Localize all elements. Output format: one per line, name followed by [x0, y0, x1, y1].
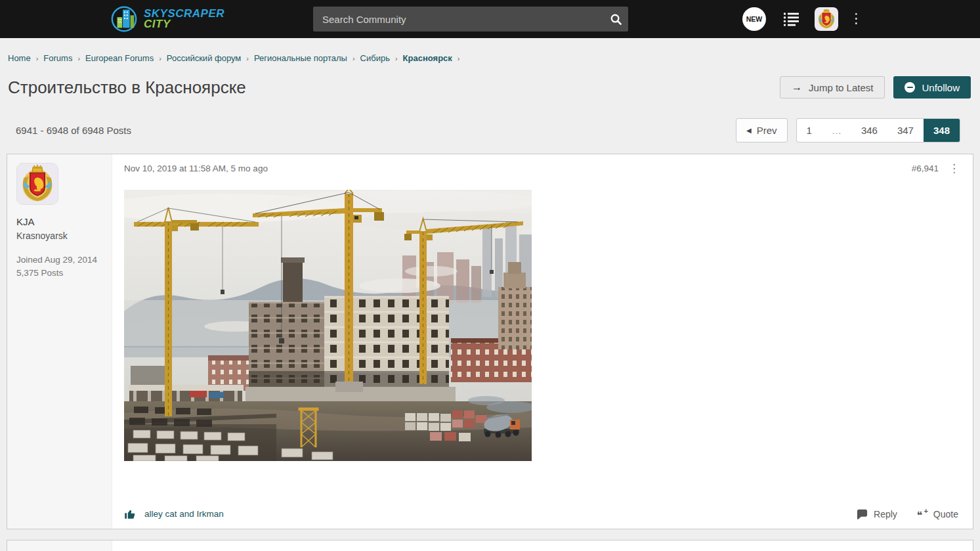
breadcrumb-separator: › — [352, 55, 355, 62]
post-body: Nov 10, 2019 at 11:58 AM, 5 mo ago #6,94… — [112, 154, 973, 529]
breadcrumb-separator: › — [36, 55, 39, 62]
breadcrumb-separator: › — [395, 55, 398, 62]
author-name[interactable]: KJA — [16, 216, 102, 227]
post-6942-clipped — [7, 540, 973, 551]
post-author-sidebar — [7, 540, 112, 551]
post-actions: Reply ❝+ Quote — [857, 509, 958, 519]
post-footer: alley cat and Irkman Reply ❝+ Quote — [124, 508, 958, 519]
quote-icon: ❝ — [917, 512, 923, 519]
quote-label: Quote — [933, 509, 958, 519]
breadcrumb-krasnoyarsk[interactable]: Красноярск — [403, 53, 452, 63]
post-photo-construction-site[interactable] — [124, 190, 532, 461]
right-arrow-icon: → — [792, 81, 802, 93]
new-badge-label: NEW — [746, 15, 763, 23]
user-avatar[interactable] — [815, 7, 838, 31]
jump-to-latest-button[interactable]: → Jump to Latest — [780, 76, 885, 99]
post-date: Nov 10, 2019 at 11:58 AM, 5 mo ago — [124, 164, 268, 173]
reply-bubble-icon — [857, 509, 868, 519]
author-avatar[interactable] — [16, 163, 58, 205]
thread-actions: → Jump to Latest Unfollow — [780, 76, 971, 99]
post-header: Nov 10, 2019 at 11:58 AM, 5 mo ago #6,94… — [124, 163, 960, 174]
search-icon[interactable] — [603, 13, 628, 26]
page-title: Строительство в Красноярске — [8, 77, 246, 98]
page-list: 1 … 346 347 348 — [796, 118, 960, 143]
reply-button[interactable]: Reply — [857, 509, 897, 519]
overflow-menu-icon[interactable]: ⋮ — [849, 9, 861, 28]
logo-icon — [110, 5, 138, 33]
page-347[interactable]: 347 — [887, 119, 924, 142]
prev-arrow-icon: ◀ — [746, 127, 752, 134]
posts-range: 6941 - 6948 of 6948 Posts — [16, 125, 131, 136]
prev-label: Prev — [757, 125, 777, 136]
likes-text: alley cat and Irkman — [144, 509, 224, 519]
breadcrumb-regional-portals[interactable]: Региональные порталы — [254, 53, 347, 63]
prev-page-button[interactable]: ◀ Prev — [736, 118, 788, 143]
page-ellipsis: … — [822, 119, 851, 142]
breadcrumb-home[interactable]: Home — [8, 53, 31, 63]
breadcrumb-separator: › — [458, 55, 460, 62]
unfollow-button[interactable]: Unfollow — [893, 76, 971, 99]
breadcrumb-separator: › — [77, 55, 80, 62]
quote-button[interactable]: ❝+ Quote — [917, 509, 958, 519]
reply-label: Reply — [874, 509, 897, 519]
post-menu-icon[interactable]: ⋮ — [948, 163, 960, 174]
post-6941: KJA Krasnoyarsk Joined Aug 29, 2014 5,37… — [7, 154, 973, 529]
page-1[interactable]: 1 — [797, 119, 822, 142]
author-post-count: 5,375 Posts — [16, 267, 102, 280]
minus-circle-icon — [905, 82, 915, 93]
jump-to-latest-label: Jump to Latest — [809, 82, 873, 93]
breadcrumb-russian-forum[interactable]: Российский форум — [167, 53, 241, 63]
app-header: SKYSCRAPER CITY NEW ⋮ — [0, 0, 980, 38]
post-author-sidebar: KJA Krasnoyarsk Joined Aug 29, 2014 5,37… — [7, 154, 112, 529]
thread-list-icon[interactable] — [783, 11, 799, 30]
logo-text-city: CITY — [144, 19, 224, 30]
thread-title-row: Строительство в Красноярске → Jump to La… — [0, 76, 980, 99]
new-messages-badge[interactable]: NEW — [742, 7, 766, 31]
breadcrumb-separator: › — [246, 55, 249, 62]
post-number[interactable]: #6,941 — [912, 164, 939, 173]
author-joined: Joined Aug 29, 2014 — [16, 253, 102, 267]
breadcrumb-european-forums[interactable]: European Forums — [85, 53, 154, 63]
page-348-current[interactable]: 348 — [924, 119, 960, 142]
post-body — [112, 540, 973, 551]
breadcrumb-siberia[interactable]: Сибирь — [360, 53, 390, 63]
post-likes[interactable]: alley cat and Irkman — [124, 508, 224, 519]
breadcrumb-separator: › — [159, 55, 161, 62]
page-346[interactable]: 346 — [851, 119, 887, 142]
search-bar — [313, 7, 628, 32]
author-location: Krasnoyarsk — [16, 231, 102, 241]
unfollow-label: Unfollow — [922, 82, 960, 93]
posts-meta-row: 6941 - 6948 of 6948 Posts ◀ Prev 1 … 346… — [0, 118, 980, 143]
skyscrapercity-logo[interactable]: SKYSCRAPER CITY — [110, 5, 224, 33]
breadcrumb-forums[interactable]: Forums — [43, 53, 72, 63]
thumb-up-icon — [124, 508, 136, 519]
breadcrumb: Home › Forums › European Forums › Россий… — [0, 38, 980, 63]
search-input[interactable] — [313, 14, 603, 25]
pagination: ◀ Prev 1 … 346 347 348 — [736, 118, 960, 143]
